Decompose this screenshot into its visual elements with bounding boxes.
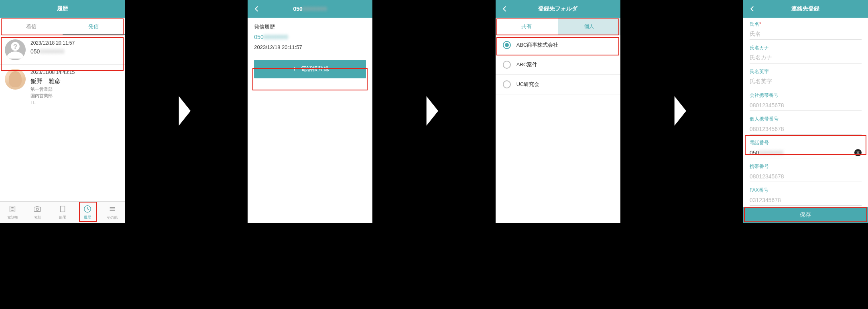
entry-role: TL xyxy=(30,99,120,106)
svg-rect-6 xyxy=(34,207,41,211)
bottom-nav: 電話帳 名刺 部署 履歴 その他 xyxy=(0,201,125,223)
avatar-unknown: ? xyxy=(5,39,26,60)
building-icon xyxy=(58,205,67,214)
radio-icon xyxy=(503,41,511,49)
name-input[interactable]: 氏名 xyxy=(750,29,862,40)
entry-phone: 0500000000 xyxy=(30,47,120,56)
screen-folder: 登録先フォルダ 共有 個人 ABC商事株式会社 ABC案件 UC研究会 xyxy=(496,0,620,223)
nav-card[interactable]: 名刺 xyxy=(25,202,50,223)
screen-history: 履歴 着信 発信 ? 2023/12/18 20:11:57 050000000… xyxy=(0,0,125,223)
chevron-right-icon xyxy=(175,93,197,130)
field-roman: 氏名英字 氏名英字 xyxy=(750,68,862,87)
clear-icon[interactable]: ✕ xyxy=(854,149,862,156)
tab-incoming[interactable]: 着信 xyxy=(0,18,63,35)
menu-icon xyxy=(108,205,117,214)
folder-option[interactable]: UC研究会 xyxy=(496,75,620,94)
detail-timestamp: 2023/12/18 20:11:57 xyxy=(248,41,372,53)
tab-outgoing[interactable]: 発信 xyxy=(63,18,125,35)
save-button[interactable]: 保存 xyxy=(743,207,868,223)
field-personal-mobile: 個人携帯番号 08012345678 xyxy=(750,116,862,135)
entry-name: 飯野 雅彦 xyxy=(30,77,120,86)
folder-option[interactable]: ABC商事株式会社 xyxy=(496,35,620,55)
radio-icon xyxy=(503,80,511,88)
header: 登録先フォルダ xyxy=(496,0,620,18)
tabs-history: 着信 発信 xyxy=(0,18,125,35)
back-button[interactable] xyxy=(253,5,260,12)
field-phone: 電話番号 0500000000 ✕ xyxy=(750,139,862,158)
tab-shared[interactable]: 共有 xyxy=(496,18,558,35)
avatar-photo xyxy=(5,69,26,90)
section-label: 発信履歴 xyxy=(248,18,372,33)
back-button[interactable] xyxy=(749,5,756,12)
nav-phonebook[interactable]: 電話帳 xyxy=(0,202,25,223)
field-kana: 氏名カナ 氏名カナ xyxy=(750,45,862,63)
personal-mobile-input[interactable]: 08012345678 xyxy=(750,123,862,135)
field-fax: FAX番号 0312345678 xyxy=(750,187,862,206)
nav-history[interactable]: 履歴 xyxy=(75,202,100,223)
folder-option[interactable]: ABC案件 xyxy=(496,55,620,75)
entry-dept2: 国内営業部 xyxy=(30,92,120,99)
clock-icon xyxy=(83,205,92,214)
svg-rect-8 xyxy=(60,206,65,212)
back-button[interactable] xyxy=(501,5,508,12)
header: 連絡先登録 xyxy=(743,0,868,18)
mobile-input[interactable]: 08012345678 xyxy=(750,171,862,182)
nav-other[interactable]: その他 xyxy=(100,202,125,223)
header-title: 0500000000 xyxy=(293,6,327,12)
form-body[interactable]: 氏名* 氏名 氏名カナ 氏名カナ 氏名英字 氏名英字 会社携帯番号 080123… xyxy=(743,18,868,207)
screen-detail: 0500000000 発信履歴 0500000000 2023/12/18 20… xyxy=(248,0,372,223)
chevron-right-icon xyxy=(423,93,445,130)
tabs-scope: 共有 個人 xyxy=(496,18,620,35)
tab-personal[interactable]: 個人 xyxy=(558,18,620,35)
header-title: 連絡先登録 xyxy=(791,5,819,12)
phone-input[interactable]: 0500000000 ✕ xyxy=(750,147,862,158)
add-contact-button[interactable]: 電話帳登録 xyxy=(254,60,366,78)
step-arrow xyxy=(620,0,743,223)
entry-body: 2023/11/08 14:43:15 飯野 雅彦 第一営業部 国内営業部 TL xyxy=(30,69,120,106)
history-entry[interactable]: ? 2023/12/18 20:11:57 0500000000 xyxy=(0,35,125,65)
history-entry[interactable]: 2023/11/08 14:43:15 飯野 雅彦 第一営業部 国内営業部 TL xyxy=(0,65,125,110)
field-name: 氏名* 氏名 xyxy=(750,21,862,40)
camera-icon xyxy=(33,205,42,214)
company-mobile-input[interactable]: 08012345678 xyxy=(750,100,862,111)
step-arrow xyxy=(372,0,495,223)
plus-icon xyxy=(291,65,298,73)
header-title: 登録先フォルダ xyxy=(538,5,577,12)
screen-contact-form: 連絡先登録 氏名* 氏名 氏名カナ 氏名カナ 氏名英字 氏名英字 会社携帯番号 … xyxy=(743,0,868,223)
entry-timestamp: 2023/11/08 14:43:15 xyxy=(30,69,120,76)
entry-body: 2023/12/18 20:11:57 0500000000 xyxy=(30,39,120,60)
header-title: 履歴 xyxy=(57,5,68,12)
entry-timestamp: 2023/12/18 20:11:57 xyxy=(30,39,120,47)
fax-input[interactable]: 0312345678 xyxy=(750,194,862,206)
field-company-mobile: 会社携帯番号 08012345678 xyxy=(750,92,862,111)
phonebook-icon xyxy=(8,205,17,214)
phone-link[interactable]: 0500000000 xyxy=(248,33,372,41)
entry-dept1: 第一営業部 xyxy=(30,86,120,93)
field-mobile: 携帯番号 08012345678 xyxy=(750,163,862,182)
radio-icon xyxy=(503,61,511,69)
step-arrow xyxy=(125,0,248,223)
roman-input[interactable]: 氏名英字 xyxy=(750,76,862,87)
header: 履歴 xyxy=(0,0,125,18)
kana-input[interactable]: 氏名カナ xyxy=(750,52,862,63)
nav-dept[interactable]: 部署 xyxy=(50,202,75,223)
chevron-right-icon xyxy=(671,93,693,130)
header: 0500000000 xyxy=(248,0,372,18)
svg-point-7 xyxy=(37,208,39,211)
svg-text:?: ? xyxy=(13,43,18,51)
